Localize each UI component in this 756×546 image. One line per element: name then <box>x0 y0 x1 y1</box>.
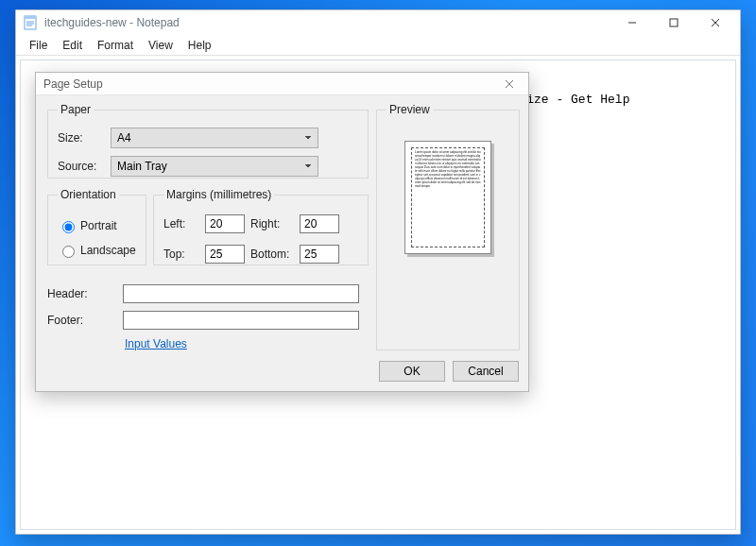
paper-source-label: Source: <box>58 160 111 173</box>
preview-legend: Preview <box>387 103 433 116</box>
portrait-radio[interactable]: Portrait <box>58 218 136 233</box>
landscape-label: Landscape <box>80 244 136 257</box>
ok-button[interactable]: OK <box>379 361 445 382</box>
notepad-window: itechguides-new - Notepad File Edit Form… <box>15 9 741 535</box>
preview-page-icon: Lorem ipsum dolor sit amet adipiscing el… <box>404 141 491 254</box>
paper-group: Paper Size: A4 Source: Main Tray <box>47 103 369 179</box>
margins-legend: Margins (millimetres) <box>163 188 274 201</box>
menubar: File Edit Format View Help <box>16 35 740 56</box>
minimize-button[interactable] <box>611 10 653 35</box>
margin-top-input[interactable] <box>205 245 245 264</box>
margin-left-input[interactable] <box>205 214 245 233</box>
footer-input[interactable] <box>123 311 359 330</box>
portrait-label: Portrait <box>80 219 117 232</box>
menu-file[interactable]: File <box>22 37 55 54</box>
orientation-legend: Orientation <box>58 188 119 201</box>
landscape-radio-input[interactable] <box>62 246 75 258</box>
menu-edit[interactable]: Edit <box>55 37 90 54</box>
close-button[interactable] <box>695 10 736 35</box>
landscape-radio[interactable]: Landscape <box>58 243 136 258</box>
menu-view[interactable]: View <box>141 37 180 54</box>
notepad-icon <box>24 15 39 30</box>
dialog-close-button[interactable] <box>496 74 523 94</box>
dialog-buttons: OK Cancel <box>379 361 519 382</box>
footer-label: Footer: <box>47 314 123 327</box>
dialog-titlebar[interactable]: Page Setup <box>36 73 528 95</box>
margins-group: Margins (millimetres) Left: Right: Top: … <box>153 188 369 265</box>
paper-size-select[interactable]: A4 <box>111 128 318 148</box>
paper-legend: Paper <box>58 103 94 116</box>
preview-area: Lorem ipsum dolor sit amet adipiscing el… <box>387 124 509 340</box>
svg-rect-2 <box>670 19 678 26</box>
margin-left-label: Left: <box>163 217 199 230</box>
margin-right-label: Right: <box>250 217 294 230</box>
header-input[interactable] <box>123 284 359 303</box>
svg-rect-1 <box>25 16 36 19</box>
cancel-button[interactable]: Cancel <box>453 361 519 382</box>
menu-format[interactable]: Format <box>90 37 141 54</box>
titlebar[interactable]: itechguides-new - Notepad <box>16 10 740 35</box>
footer-row: Footer: <box>47 311 359 330</box>
input-values-link[interactable]: Input Values <box>125 337 187 350</box>
dialog-title-text: Page Setup <box>43 77 103 91</box>
menu-help[interactable]: Help <box>180 37 219 54</box>
margin-top-label: Top: <box>163 247 199 261</box>
window-controls <box>611 10 736 35</box>
window-title: itechguides-new - Notepad <box>44 16 180 29</box>
portrait-radio-input[interactable] <box>62 221 75 233</box>
header-label: Header: <box>47 287 123 300</box>
paper-source-select[interactable]: Main Tray <box>111 156 318 177</box>
maximize-button[interactable] <box>653 10 695 35</box>
desktop: itechguides-new - Notepad File Edit Form… <box>0 0 756 546</box>
margin-bottom-label: Bottom: <box>250 247 294 261</box>
margin-bottom-input[interactable] <box>300 245 339 264</box>
header-row: Header: <box>47 284 359 303</box>
orientation-group: Orientation Portrait Landscape <box>47 188 146 265</box>
dialog-body: Paper Size: A4 Source: Main Tray <box>36 95 528 391</box>
page-setup-dialog: Page Setup Paper Size: A4 Sour <box>35 72 529 392</box>
preview-group: Preview Lorem ipsum dolor sit amet adipi… <box>376 103 520 350</box>
margin-right-input[interactable] <box>300 214 339 233</box>
paper-size-label: Size: <box>58 131 111 145</box>
